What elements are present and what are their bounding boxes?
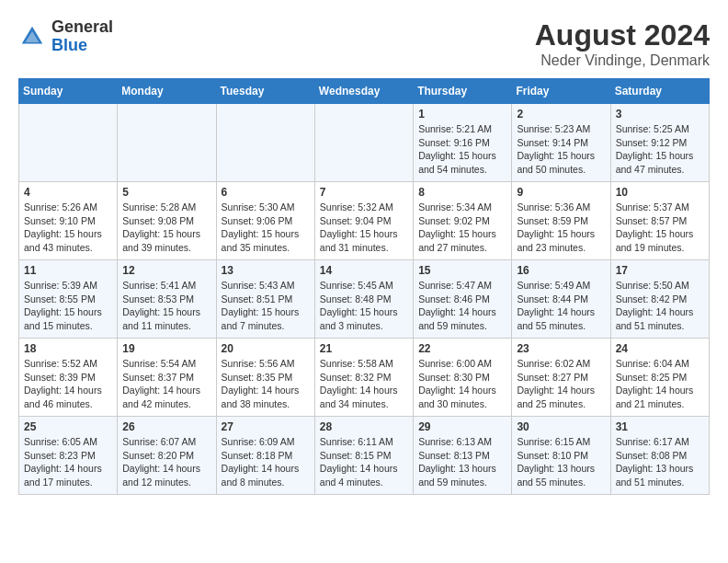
calendar-cell: 3Sunrise: 5:25 AMSunset: 9:12 PMDaylight… bbox=[610, 104, 709, 182]
day-info: Sunrise: 5:34 AMSunset: 9:02 PMDaylight:… bbox=[418, 201, 506, 255]
day-info: Sunrise: 5:23 AMSunset: 9:14 PMDaylight:… bbox=[517, 122, 605, 177]
day-number: 24 bbox=[616, 342, 704, 355]
week-row-2: 4Sunrise: 5:26 AMSunset: 9:10 PMDaylight… bbox=[19, 182, 710, 260]
day-info: Sunrise: 5:49 AMSunset: 8:44 PMDaylight:… bbox=[517, 279, 605, 333]
week-row-4: 18Sunrise: 5:52 AMSunset: 8:39 PMDayligh… bbox=[19, 339, 710, 417]
day-info: Sunrise: 5:28 AMSunset: 9:08 PMDaylight:… bbox=[122, 201, 210, 255]
calendar-cell: 23Sunrise: 6:02 AMSunset: 8:27 PMDayligh… bbox=[512, 339, 610, 417]
day-info: Sunrise: 6:15 AMSunset: 8:10 PMDaylight:… bbox=[517, 435, 605, 489]
day-info: Sunrise: 6:13 AMSunset: 8:13 PMDaylight:… bbox=[418, 435, 506, 489]
weekday-header-monday: Monday bbox=[118, 79, 216, 104]
day-number: 17 bbox=[616, 264, 704, 277]
day-info: Sunrise: 5:43 AMSunset: 8:51 PMDaylight:… bbox=[222, 279, 310, 333]
calendar-cell: 20Sunrise: 5:56 AMSunset: 8:35 PMDayligh… bbox=[216, 339, 314, 417]
calendar-cell: 6Sunrise: 5:30 AMSunset: 9:06 PMDaylight… bbox=[216, 182, 314, 260]
calendar-cell: 16Sunrise: 5:49 AMSunset: 8:44 PMDayligh… bbox=[512, 260, 610, 339]
calendar-cell: 19Sunrise: 5:54 AMSunset: 8:37 PMDayligh… bbox=[118, 339, 216, 417]
day-number: 8 bbox=[418, 186, 506, 199]
day-number: 21 bbox=[320, 342, 408, 355]
day-number: 3 bbox=[616, 108, 704, 121]
weekday-header-thursday: Thursday bbox=[414, 79, 512, 104]
day-info: Sunrise: 6:07 AMSunset: 8:20 PMDaylight:… bbox=[122, 435, 210, 489]
day-info: Sunrise: 6:02 AMSunset: 8:27 PMDaylight:… bbox=[517, 357, 605, 411]
calendar-cell: 29Sunrise: 6:13 AMSunset: 8:13 PMDayligh… bbox=[414, 417, 512, 495]
weekday-header-row: SundayMondayTuesdayWednesdayThursdayFrid… bbox=[19, 79, 710, 104]
day-number: 4 bbox=[24, 186, 112, 199]
calendar-cell: 5Sunrise: 5:28 AMSunset: 9:08 PMDaylight… bbox=[118, 182, 216, 260]
calendar-cell: 30Sunrise: 6:15 AMSunset: 8:10 PMDayligh… bbox=[512, 417, 610, 495]
logo: General Blue bbox=[18, 18, 113, 55]
calendar-cell: 2Sunrise: 5:23 AMSunset: 9:14 PMDaylight… bbox=[512, 104, 610, 182]
calendar-cell bbox=[118, 104, 216, 182]
calendar-cell: 26Sunrise: 6:07 AMSunset: 8:20 PMDayligh… bbox=[118, 417, 216, 495]
title-block: August 2024 Neder Vindinge, Denmark bbox=[535, 18, 710, 69]
day-number: 19 bbox=[122, 342, 210, 355]
day-number: 16 bbox=[517, 264, 605, 277]
calendar-cell: 31Sunrise: 6:17 AMSunset: 8:08 PMDayligh… bbox=[610, 417, 709, 495]
day-info: Sunrise: 5:45 AMSunset: 8:48 PMDaylight:… bbox=[320, 279, 408, 333]
calendar-cell: 8Sunrise: 5:34 AMSunset: 9:02 PMDaylight… bbox=[414, 182, 512, 260]
calendar-cell: 21Sunrise: 5:58 AMSunset: 8:32 PMDayligh… bbox=[314, 339, 413, 417]
day-number: 7 bbox=[320, 186, 408, 199]
calendar-cell: 25Sunrise: 6:05 AMSunset: 8:23 PMDayligh… bbox=[19, 417, 118, 495]
weekday-header-wednesday: Wednesday bbox=[314, 79, 413, 104]
calendar-cell: 27Sunrise: 6:09 AMSunset: 8:18 PMDayligh… bbox=[216, 417, 314, 495]
day-info: Sunrise: 6:17 AMSunset: 8:08 PMDaylight:… bbox=[616, 435, 704, 489]
day-info: Sunrise: 5:32 AMSunset: 9:04 PMDaylight:… bbox=[320, 201, 408, 255]
day-info: Sunrise: 5:21 AMSunset: 9:16 PMDaylight:… bbox=[418, 122, 506, 177]
calendar-cell: 18Sunrise: 5:52 AMSunset: 8:39 PMDayligh… bbox=[19, 339, 118, 417]
day-number: 22 bbox=[418, 342, 506, 355]
day-info: Sunrise: 6:04 AMSunset: 8:25 PMDaylight:… bbox=[616, 357, 704, 411]
page-subtitle: Neder Vindinge, Denmark bbox=[535, 52, 710, 69]
weekday-header-sunday: Sunday bbox=[19, 79, 118, 104]
day-number: 20 bbox=[222, 342, 310, 355]
weekday-header-tuesday: Tuesday bbox=[216, 79, 314, 104]
calendar-cell: 13Sunrise: 5:43 AMSunset: 8:51 PMDayligh… bbox=[216, 260, 314, 339]
calendar-cell: 15Sunrise: 5:47 AMSunset: 8:46 PMDayligh… bbox=[414, 260, 512, 339]
day-number: 12 bbox=[122, 264, 210, 277]
calendar-cell: 7Sunrise: 5:32 AMSunset: 9:04 PMDaylight… bbox=[314, 182, 413, 260]
day-number: 13 bbox=[222, 264, 310, 277]
day-number: 6 bbox=[222, 186, 310, 199]
day-number: 14 bbox=[320, 264, 408, 277]
day-number: 29 bbox=[418, 420, 506, 433]
day-number: 26 bbox=[122, 420, 210, 433]
logo-text: General Blue bbox=[51, 18, 113, 55]
calendar-cell: 1Sunrise: 5:21 AMSunset: 9:16 PMDaylight… bbox=[414, 104, 512, 182]
calendar-cell: 11Sunrise: 5:39 AMSunset: 8:55 PMDayligh… bbox=[19, 260, 118, 339]
day-info: Sunrise: 5:30 AMSunset: 9:06 PMDaylight:… bbox=[222, 201, 310, 255]
logo-icon bbox=[18, 23, 46, 51]
day-info: Sunrise: 5:47 AMSunset: 8:46 PMDaylight:… bbox=[418, 279, 506, 333]
day-info: Sunrise: 5:58 AMSunset: 8:32 PMDaylight:… bbox=[320, 357, 408, 411]
day-info: Sunrise: 5:26 AMSunset: 9:10 PMDaylight:… bbox=[24, 201, 112, 255]
day-info: Sunrise: 5:25 AMSunset: 9:12 PMDaylight:… bbox=[616, 122, 704, 177]
calendar-cell: 14Sunrise: 5:45 AMSunset: 8:48 PMDayligh… bbox=[314, 260, 413, 339]
weekday-header-saturday: Saturday bbox=[610, 79, 709, 104]
day-number: 5 bbox=[122, 186, 210, 199]
week-row-3: 11Sunrise: 5:39 AMSunset: 8:55 PMDayligh… bbox=[19, 260, 710, 339]
weekday-header-friday: Friday bbox=[512, 79, 610, 104]
day-number: 27 bbox=[222, 420, 310, 433]
day-number: 1 bbox=[418, 108, 506, 121]
day-number: 28 bbox=[320, 420, 408, 433]
week-row-1: 1Sunrise: 5:21 AMSunset: 9:16 PMDaylight… bbox=[19, 104, 710, 182]
page-header: General Blue August 2024 Neder Vindinge,… bbox=[18, 18, 710, 69]
day-number: 25 bbox=[24, 420, 112, 433]
calendar-cell: 9Sunrise: 5:36 AMSunset: 8:59 PMDaylight… bbox=[512, 182, 610, 260]
day-info: Sunrise: 6:05 AMSunset: 8:23 PMDaylight:… bbox=[24, 435, 112, 489]
day-info: Sunrise: 5:41 AMSunset: 8:53 PMDaylight:… bbox=[122, 279, 210, 333]
calendar-cell: 24Sunrise: 6:04 AMSunset: 8:25 PMDayligh… bbox=[610, 339, 709, 417]
day-info: Sunrise: 5:39 AMSunset: 8:55 PMDaylight:… bbox=[24, 279, 112, 333]
calendar-cell: 4Sunrise: 5:26 AMSunset: 9:10 PMDaylight… bbox=[19, 182, 118, 260]
day-info: Sunrise: 5:52 AMSunset: 8:39 PMDaylight:… bbox=[24, 357, 112, 411]
day-number: 11 bbox=[24, 264, 112, 277]
day-number: 31 bbox=[616, 420, 704, 433]
day-info: Sunrise: 6:11 AMSunset: 8:15 PMDaylight:… bbox=[320, 435, 408, 489]
day-number: 18 bbox=[24, 342, 112, 355]
calendar-cell: 28Sunrise: 6:11 AMSunset: 8:15 PMDayligh… bbox=[314, 417, 413, 495]
calendar-table: SundayMondayTuesdayWednesdayThursdayFrid… bbox=[18, 78, 710, 495]
day-info: Sunrise: 5:54 AMSunset: 8:37 PMDaylight:… bbox=[122, 357, 210, 411]
day-info: Sunrise: 5:36 AMSunset: 8:59 PMDaylight:… bbox=[517, 201, 605, 255]
calendar-cell bbox=[216, 104, 314, 182]
day-number: 23 bbox=[517, 342, 605, 355]
